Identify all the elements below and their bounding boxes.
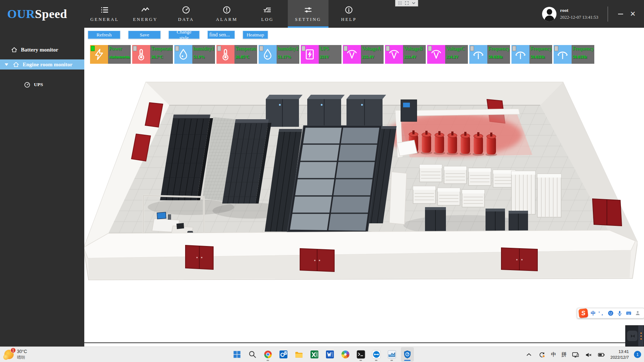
heatmap-button[interactable]: Heatmap xyxy=(243,31,268,39)
emoji-icon[interactable] xyxy=(608,310,614,316)
sensor-checkbox[interactable] xyxy=(428,46,432,51)
sensor-tile-humidity2[interactable]: humidity2 51.17% xyxy=(259,45,299,64)
sensor-tile-ups[interactable]: UPS 231V xyxy=(301,45,341,64)
taskbar-app-excel[interactable] xyxy=(308,347,321,362)
back-row-units xyxy=(266,95,386,127)
sensor-value: 26.85°C xyxy=(236,55,256,59)
info-icon xyxy=(344,5,353,14)
sensor-checkbox[interactable] xyxy=(91,46,95,51)
refresh-button[interactable]: Refresh xyxy=(88,31,120,39)
sensor-checkbox[interactable] xyxy=(470,46,474,51)
sensor-tile-frequency[interactable]: Frequency 50.02Hz xyxy=(554,45,594,64)
tilted-white-panel xyxy=(397,140,417,156)
sensor-checkbox[interactable] xyxy=(175,46,179,51)
sensor-icon-box xyxy=(343,45,361,64)
sensor-tile-temperature[interactable]: Temperature 26.85°C xyxy=(216,45,257,64)
tray-expand-chevron-icon[interactable] xyxy=(525,350,533,358)
sensor-tile-frequency[interactable]: Frequency 50.02Hz xyxy=(511,45,552,64)
user-avatar[interactable] xyxy=(542,7,556,21)
nav-tab-log[interactable]: LOG xyxy=(247,0,288,28)
window-controls-divider xyxy=(608,6,608,22)
sogou-logo-icon[interactable]: S xyxy=(578,308,588,318)
word-icon xyxy=(325,350,335,359)
taskbar-app-start[interactable] xyxy=(231,347,243,362)
sensor-checkbox[interactable] xyxy=(386,46,390,51)
microphone-icon[interactable] xyxy=(617,310,623,316)
battery-icon[interactable] xyxy=(598,350,605,358)
tray-clock[interactable]: 13:41 2022/12/7 xyxy=(611,349,629,360)
nav-tab-energy[interactable]: ENERGY xyxy=(125,0,166,28)
windows-taskbar: 1 30°C 晴朗 xyxy=(0,347,644,362)
tray-time: 13:41 xyxy=(611,349,629,354)
sensor-tile-voltagec[interactable]: VoltageC 234.2V xyxy=(427,45,468,64)
nav-tab-data[interactable]: DATA xyxy=(166,0,206,28)
find-sensor-input[interactable] xyxy=(207,31,235,39)
sensor-icon-box xyxy=(259,45,277,64)
sync-icon[interactable] xyxy=(538,350,546,358)
ime-mini-toolbar[interactable] xyxy=(395,0,418,6)
change-style-button[interactable]: Change style xyxy=(169,31,200,39)
sensor-checkbox[interactable] xyxy=(133,46,137,51)
taskbar-app-explorer[interactable] xyxy=(292,347,305,362)
sensor-checkbox[interactable] xyxy=(344,46,348,51)
nav-tab-help[interactable]: HELP xyxy=(328,0,369,28)
notification-badge[interactable]: 1 xyxy=(634,351,641,358)
main-nav: GENERAL ENERGY DATA ALARM LOG xyxy=(84,0,369,28)
sidebar-item-ups[interactable]: UPS xyxy=(0,79,84,90)
ime-language-pinyin[interactable]: 拼 xyxy=(561,351,567,358)
taskbar-app-photos[interactable] xyxy=(339,347,352,362)
taskbar-app-search[interactable] xyxy=(246,347,259,362)
sensor-checkbox[interactable] xyxy=(301,46,305,51)
ime-chevron-down-icon[interactable] xyxy=(411,0,416,6)
keyboard-icon[interactable] xyxy=(626,310,632,316)
nav-tab-alarm[interactable]: ALARM xyxy=(206,0,247,28)
sensor-value: statusnormal xyxy=(109,55,130,59)
volume-muted-icon[interactable] xyxy=(585,350,592,358)
horizontal-scrollbar[interactable] xyxy=(84,342,644,343)
close-button[interactable] xyxy=(627,7,639,21)
sensor-tile-power[interactable]: Power statusnormal xyxy=(90,45,131,64)
nav-tab-label: SETTING xyxy=(295,17,321,22)
sensor-checkbox[interactable] xyxy=(554,46,558,51)
taskbar-app-word[interactable] xyxy=(323,347,336,362)
running-indicator xyxy=(390,360,393,361)
taskbar-app-terminal[interactable] xyxy=(354,347,367,362)
sensor-label: Temperature xyxy=(151,46,172,52)
nav-tab-general[interactable]: GENERAL xyxy=(84,0,125,28)
taskbar-app-outlook[interactable] xyxy=(277,347,290,362)
photos-icon xyxy=(341,350,350,359)
sensor-label: UPS xyxy=(320,46,341,52)
ime-language-chinese[interactable]: 中 xyxy=(551,351,556,358)
taskbar-app-task-manager[interactable] xyxy=(385,347,398,362)
sidebar-item-battery-monitor[interactable]: Battery monitor xyxy=(0,44,84,55)
ime-expand-icon[interactable] xyxy=(404,0,410,6)
taskbar-app-ourspeed[interactable] xyxy=(401,347,414,362)
nav-tab-setting[interactable]: SETTING xyxy=(288,0,328,28)
recorder-menu-dots[interactable] xyxy=(638,326,644,346)
skin-person-icon[interactable] xyxy=(635,310,641,316)
sidebar-item-engine-room-monitor[interactable]: Engine room monitor xyxy=(0,59,84,70)
taskbar-app-chrome[interactable] xyxy=(261,347,274,362)
sensor-tile-frequency[interactable]: Frequency 50.02Hz xyxy=(469,45,510,64)
sensor-tile-humidity1[interactable]: humidity1 51.9% xyxy=(174,45,215,64)
save-button[interactable]: Save xyxy=(128,31,161,39)
minimize-button[interactable] xyxy=(614,7,627,21)
ime-mode-chinese[interactable]: 中 xyxy=(591,310,596,317)
ime-grid-icon[interactable] xyxy=(397,0,403,6)
sensor-value: 26.7°C xyxy=(151,55,172,59)
screen-recorder-widget[interactable] xyxy=(625,325,644,347)
sensor-tile-voltageb[interactable]: VoltageB 233.4V xyxy=(385,45,426,64)
header-user-area: root 2022-12-07 13:41:53 xyxy=(542,0,644,28)
sensor-checkbox[interactable] xyxy=(512,46,516,51)
sensor-tile-temperature[interactable]: Temperature 26.7°C xyxy=(132,45,173,64)
sensor-checkbox[interactable] xyxy=(217,46,221,51)
taskbar-weather-widget[interactable]: 1 30°C 晴朗 xyxy=(4,347,27,362)
ime-punctuation[interactable]: ’， xyxy=(599,310,605,317)
sensor-checkbox[interactable] xyxy=(259,46,263,51)
sensor-tile-voltagea[interactable]: VoltageA 233.4V xyxy=(343,45,384,64)
user-meta: root 2022-12-07 13:41:53 xyxy=(560,7,598,21)
server-room-3d-view[interactable] xyxy=(84,81,638,309)
network-monitor-icon[interactable] xyxy=(572,350,580,358)
sogou-ime-bar[interactable]: S 中 ’， xyxy=(577,308,644,318)
taskbar-app-teamviewer[interactable] xyxy=(370,347,383,362)
